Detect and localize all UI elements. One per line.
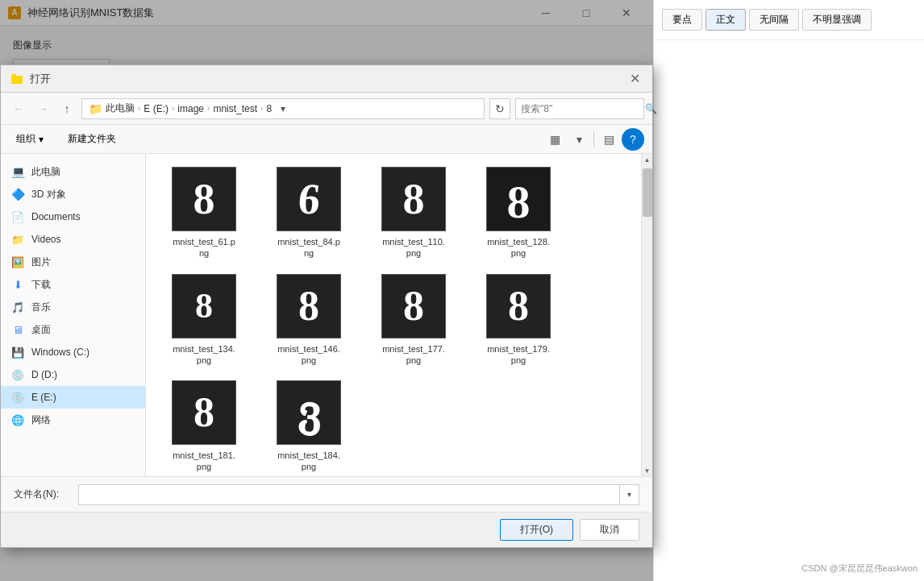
nav-sidebar: 💻 此电脑 🔷 3D 对象 📄 Documents 📁 Videos 🖼️ [1, 154, 146, 476]
preview-btn[interactable]: ▤ [597, 128, 620, 151]
scroll-up-button[interactable]: ▲ [642, 154, 653, 165]
breadcrumb-bar: 📁 此电脑 › E (E:) › image › mnist_test › [81, 98, 485, 119]
filename-input[interactable] [79, 489, 619, 500]
sidebar-item-downloads[interactable]: ⬇ 下载 [1, 273, 145, 296]
view-dropdown-btn[interactable]: ▾ [568, 128, 590, 151]
breadcrumb-label: 8 [266, 103, 272, 114]
file-item-181[interactable]: 8 mnist_test_181.png [156, 377, 252, 476]
toolbar-btn-yaodian[interactable]: 要点 [662, 9, 702, 31]
dialog-titlebar: 打开 ✕ [1, 65, 652, 93]
breadcrumb-label: image [177, 103, 204, 114]
breadcrumb-sep: › [207, 104, 210, 113]
sidebar-item-music[interactable]: 🎵 音乐 [1, 296, 145, 318]
breadcrumb-sep: › [138, 104, 140, 113]
open-button[interactable]: 打开(O) [500, 519, 573, 541]
file-item-179[interactable]: 8 mnist_test_179.png [470, 271, 567, 370]
toolbar-btn-zhengwen[interactable]: 正文 [705, 9, 746, 31]
search-box: 🔍 [515, 98, 644, 119]
sidebar-item-label: E (E:) [31, 392, 56, 403]
file-thumbnail-134: 8 [172, 274, 236, 338]
sidebar-item-drive-e[interactable]: 💿 E (E:) [1, 386, 145, 409]
breadcrumb-sep: › [172, 104, 174, 113]
file-item-84[interactable]: 6 mnist_test_84.png [260, 164, 357, 263]
file-name-184: mnist_test_184.png [277, 450, 340, 473]
file-item-134[interactable]: 8 mnist_test_134.png [156, 271, 252, 370]
desktop-icon: 🖥 [10, 322, 25, 337]
filename-label: 文件名(N): [14, 488, 70, 501]
3d-icon: 🔷 [10, 187, 25, 201]
file-name-61: mnist_test_61.png [173, 236, 235, 259]
file-thumbnail-110: 8 [381, 167, 446, 231]
toolbar-btn-wujiange[interactable]: 无间隔 [749, 9, 799, 31]
sidebar-item-network[interactable]: 🌐 网络 [1, 409, 145, 431]
digit-display: ვ [298, 392, 321, 434]
new-folder-button[interactable]: 新建文件夹 [59, 129, 125, 149]
file-item-184[interactable]: ვ mnist_test_184.png [260, 377, 357, 476]
svg-text:8: 8 [507, 176, 531, 227]
breadcrumb-label: mnist_test [213, 103, 257, 114]
filename-bar: 文件名(N): ▾ [1, 476, 652, 512]
breadcrumb-item-mnist-test[interactable]: mnist_test › [213, 103, 263, 114]
file-thumbnail-184: ვ [277, 380, 341, 445]
digit-display: 8 [194, 177, 215, 221]
breadcrumb-dropdown-button[interactable]: ▾ [275, 101, 291, 117]
cancel-button[interactable]: 取消 [580, 519, 639, 541]
file-name-84: mnist_test_84.png [277, 236, 340, 259]
sidebar-item-pc[interactable]: 💻 此电脑 [1, 160, 145, 183]
file-item-128[interactable]: 8 mnist_test_128.png [470, 164, 567, 263]
file-item-146[interactable]: 8 mnist_test_146.png [260, 271, 357, 370]
file-thumbnail-61: 8 [172, 167, 236, 231]
search-input[interactable] [521, 103, 642, 114]
pc-icon: 💻 [10, 164, 25, 179]
breadcrumb-label: E (E:) [144, 103, 169, 114]
toolbar-btn-bumingxian[interactable]: 不明显强调 [802, 9, 872, 31]
scroll-down-button[interactable]: ▼ [642, 465, 653, 476]
nav-back-button[interactable]: ← [9, 99, 28, 118]
pictures-icon: 🖼️ [10, 255, 25, 269]
svg-rect-0 [11, 76, 23, 84]
digit-display: 8 [298, 285, 319, 327]
file-item-177[interactable]: 8 mnist_test_177.png [365, 271, 462, 370]
breadcrumb-item-e[interactable]: E (E:) › [144, 103, 174, 114]
sidebar-item-3d[interactable]: 🔷 3D 对象 [1, 183, 145, 205]
help-btn[interactable]: ? [622, 128, 644, 151]
organize-button[interactable]: 组织 ▾ [9, 129, 51, 149]
refresh-button[interactable]: ↻ [489, 98, 510, 119]
documents-icon: 📄 [10, 210, 25, 224]
dialog-body: 💻 此电脑 🔷 3D 对象 📄 Documents 📁 Videos 🖼️ [1, 154, 652, 476]
sidebar-item-label: 此电脑 [31, 165, 60, 179]
file-item-61[interactable]: 8 mnist_test_61.png [156, 164, 252, 263]
sidebar-item-documents[interactable]: 📄 Documents [1, 205, 145, 228]
windows-drive-icon: 💾 [10, 345, 25, 359]
breadcrumb-item-image[interactable]: image › [177, 103, 210, 114]
drive-e-icon: 💿 [10, 390, 25, 405]
file-thumbnail-128: 8 [486, 167, 551, 231]
sidebar-item-drive-d[interactable]: 💿 D (D:) [1, 363, 145, 386]
breadcrumb-item-8[interactable]: 8 [266, 103, 272, 114]
breadcrumb-item-pc[interactable]: 此电脑 › [106, 102, 140, 115]
file-name-128: mnist_test_128.png [487, 236, 550, 259]
nav-up-button[interactable]: ↑ [57, 99, 77, 118]
digit-display: 8 [194, 392, 214, 434]
file-name-110: mnist_test_110.png [382, 236, 445, 259]
sidebar-item-desktop[interactable]: 🖥 桌面 [1, 318, 145, 341]
file-name-181: mnist_test_181.png [173, 450, 235, 473]
view-icon-btn[interactable]: ▦ [543, 128, 566, 151]
sidebar-item-label: 下载 [31, 278, 51, 292]
file-name-177: mnist_test_177.png [382, 343, 445, 367]
address-bar: ← → ↑ 📁 此电脑 › E (E:) › image › mnist_te [1, 93, 652, 125]
sidebar-item-videos[interactable]: 📁 Videos [1, 228, 145, 251]
scroll-thumb[interactable] [643, 168, 652, 217]
file-name-179: mnist_test_179.png [487, 343, 550, 367]
filename-dropdown-button[interactable]: ▾ [619, 485, 639, 504]
view-divider [593, 131, 594, 147]
sidebar-item-label: 图片 [31, 255, 51, 269]
file-item-110[interactable]: 8 mnist_test_110.png [365, 164, 462, 263]
sidebar-item-windows-c[interactable]: 💾 Windows (C:) [1, 341, 145, 363]
dialog-close-button[interactable]: ✕ [626, 71, 643, 87]
nav-forward-button[interactable]: → [33, 99, 52, 118]
sidebar-item-pictures[interactable]: 🖼️ 图片 [1, 251, 145, 273]
sidebar-item-label: Videos [31, 234, 60, 245]
dialog-toolbar: 组织 ▾ 新建文件夹 ▦ ▾ ▤ ? [1, 125, 652, 154]
right-panel-toolbar: 要点 正文 无间隔 不明显强调 [654, 0, 924, 40]
